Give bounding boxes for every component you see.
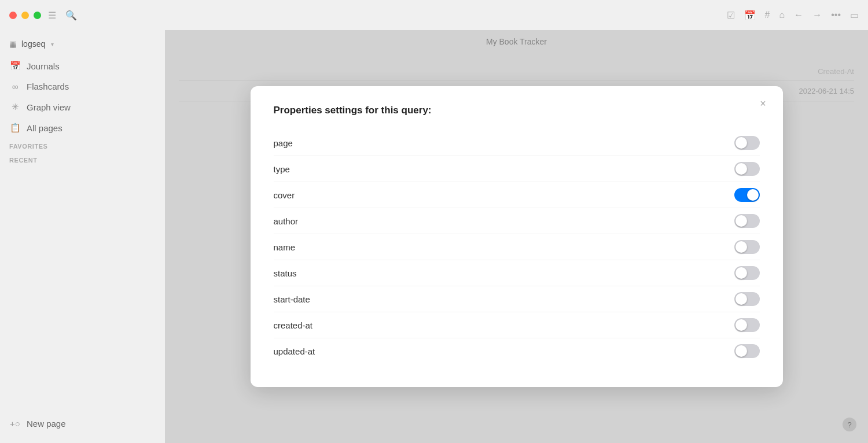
toggle-thumb-start-date	[735, 293, 747, 305]
property-name-name: name	[274, 242, 296, 252]
property-name-status: status	[274, 268, 297, 278]
toggle-name[interactable]	[734, 240, 760, 254]
favorites-section-header: FAVORITES	[0, 138, 165, 152]
sidebar-item-flashcards[interactable]: ∞ Flashcards	[0, 76, 165, 97]
calendar-icon[interactable]: 📅	[744, 10, 756, 21]
workspace-arrow-icon: ▾	[51, 41, 54, 47]
toggle-thumb-page	[735, 137, 747, 149]
modal-close-button[interactable]: ×	[755, 95, 771, 112]
titlebar-right: ☑ 📅 # ⌂ ← → ••• ▭	[727, 10, 859, 21]
toggle-author[interactable]	[734, 214, 760, 228]
main-layout: ▦ logseq ▾ 📅 Journals ∞ Flashcards ✳ Gra…	[0, 30, 868, 443]
more-icon[interactable]: •••	[831, 10, 841, 20]
modal-title: Properties settings for this query:	[274, 105, 760, 116]
toggle-created-at[interactable]	[734, 318, 760, 332]
property-name-updated-at: updated-at	[274, 346, 315, 356]
sidebar-item-graph-label: Graph view	[27, 102, 71, 112]
hamburger-icon[interactable]: ☰	[48, 10, 56, 21]
property-row-updated-at: updated-at	[274, 338, 760, 364]
properties-list: pagetypecoverauthornamestatusstart-datec…	[274, 130, 760, 364]
pages-icon: 📋	[9, 123, 21, 133]
property-name-author: author	[274, 216, 299, 226]
forward-icon[interactable]: →	[812, 10, 822, 20]
maximize-button[interactable]	[34, 12, 41, 19]
checkbox-icon[interactable]: ☑	[727, 10, 735, 21]
toggle-track-name	[734, 240, 760, 254]
traffic-lights	[9, 12, 41, 19]
toggle-track-created-at	[734, 318, 760, 332]
minimize-button[interactable]	[21, 12, 29, 19]
close-button[interactable]	[9, 12, 17, 19]
titlebar: ☰ 🔍 ☑ 📅 # ⌂ ← → ••• ▭	[0, 0, 868, 30]
toggle-track-status	[734, 266, 760, 280]
toggle-thumb-created-at	[735, 319, 747, 331]
search-icon[interactable]: 🔍	[65, 10, 77, 21]
toggle-thumb-type	[735, 163, 747, 175]
toggle-updated-at[interactable]	[734, 344, 760, 358]
property-row-status: status	[274, 260, 760, 286]
sidebar: ▦ logseq ▾ 📅 Journals ∞ Flashcards ✳ Gra…	[0, 30, 165, 443]
toggle-track-type	[734, 162, 760, 176]
property-row-created-at: created-at	[274, 312, 760, 338]
property-name-created-at: created-at	[274, 320, 313, 330]
toggle-start-date[interactable]	[734, 292, 760, 306]
toggle-track-author	[734, 214, 760, 228]
sidebar-item-flashcards-label: Flashcards	[27, 82, 69, 91]
property-name-type: type	[274, 164, 290, 174]
toggle-status[interactable]	[734, 266, 760, 280]
new-page-icon: +○	[9, 419, 21, 429]
property-row-name: name	[274, 234, 760, 260]
flashcards-icon: ∞	[9, 82, 21, 91]
toggle-cover[interactable]	[734, 188, 760, 202]
toggle-thumb-name	[735, 241, 747, 253]
property-row-start-date: start-date	[274, 286, 760, 312]
property-name-start-date: start-date	[274, 294, 310, 304]
property-row-type: type	[274, 156, 760, 182]
new-page-button[interactable]: +○ New page	[0, 414, 165, 434]
toggle-type[interactable]	[734, 162, 760, 176]
content-area: My Book Tracker Created-At 2022-06-21 14…	[165, 30, 868, 443]
hash-icon[interactable]: #	[765, 10, 770, 20]
back-icon[interactable]: ←	[794, 10, 803, 20]
property-row-page: page	[274, 130, 760, 156]
modal-overlay: × Properties settings for this query: pa…	[165, 30, 868, 443]
properties-modal: × Properties settings for this query: pa…	[251, 86, 783, 387]
sidebar-toggle-icon[interactable]: ▭	[850, 10, 859, 21]
sidebar-item-all-pages[interactable]: 📋 All pages	[0, 117, 165, 138]
property-row-author: author	[274, 208, 760, 234]
property-name-cover: cover	[274, 190, 295, 200]
toggle-track-start-date	[734, 292, 760, 306]
journals-icon: 📅	[9, 61, 21, 71]
graph-icon: ✳	[9, 102, 21, 112]
toggle-thumb-updated-at	[735, 345, 747, 357]
toggle-track-updated-at	[734, 344, 760, 358]
toggle-track-page	[734, 136, 760, 150]
sidebar-bottom: +○ New page	[0, 409, 165, 438]
titlebar-menu-icons: ☰ 🔍	[48, 10, 77, 21]
workspace-selector[interactable]: ▦ logseq ▾	[0, 35, 165, 56]
toggle-track-cover	[734, 188, 760, 202]
sidebar-item-all-pages-label: All pages	[27, 123, 62, 133]
new-page-label: New page	[27, 419, 66, 429]
titlebar-left: ☰ 🔍	[9, 10, 77, 21]
workspace-icon: ▦	[9, 39, 17, 49]
toggle-thumb-status	[735, 267, 747, 279]
sidebar-item-graph-view[interactable]: ✳ Graph view	[0, 97, 165, 117]
sidebar-item-journals[interactable]: 📅 Journals	[0, 56, 165, 76]
workspace-name: logseq	[21, 39, 45, 49]
toggle-page[interactable]	[734, 136, 760, 150]
property-name-page: page	[274, 138, 293, 148]
toggle-thumb-cover	[747, 189, 759, 201]
property-row-cover: cover	[274, 182, 760, 208]
toggle-thumb-author	[735, 215, 747, 227]
recent-section-header: RECENT	[0, 152, 165, 166]
sidebar-item-journals-label: Journals	[27, 61, 60, 71]
home-icon[interactable]: ⌂	[779, 10, 785, 20]
